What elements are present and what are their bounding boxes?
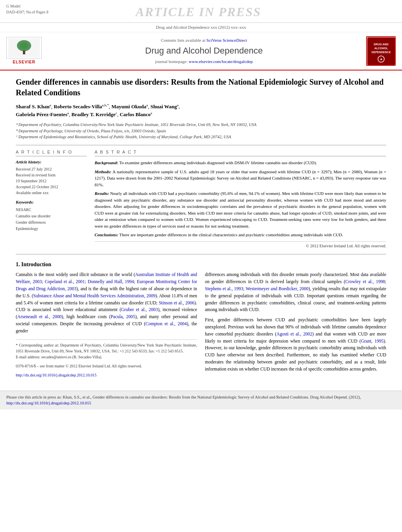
footnote-star: * Corresponding author at: Department of… bbox=[16, 342, 197, 354]
abstract-text: Background: To examine gender difference… bbox=[95, 159, 386, 238]
affiliations: ᵃ Department of Psychiatry, Columbia Uni… bbox=[16, 122, 386, 140]
body-col-left: Cannabis is the most widely used illicit… bbox=[16, 271, 197, 378]
doi-footnote: http://dx.doi.org/10.1016/j.drugalcdep.2… bbox=[16, 372, 197, 378]
author-sup-a4: a bbox=[67, 111, 69, 115]
divider-1 bbox=[16, 145, 386, 145]
keyword-4: Epidemiology bbox=[16, 226, 87, 232]
article-info-col: A R T I C L E I N F O Article history: R… bbox=[16, 149, 87, 249]
ref-stephens[interactable]: Stephens et al., 1993 bbox=[205, 286, 243, 291]
abstract-conclusions: Conclusions: There are important gender … bbox=[95, 232, 386, 238]
ref-crowley[interactable]: Crowley et al., 1998 bbox=[345, 279, 385, 284]
info-abstract-section: A R T I C L E I N F O Article history: R… bbox=[16, 149, 386, 249]
author-sup-a2: a bbox=[146, 103, 148, 107]
ref-stinson[interactable]: Stinson et al., 2006 bbox=[159, 300, 194, 305]
sciverse-line: Contents lists available at SciVerse Sci… bbox=[46, 37, 362, 43]
ref-compton[interactable]: Compton et al., 2004 bbox=[145, 321, 187, 326]
author-okuda: Mayumi Okuda bbox=[112, 104, 147, 110]
svg-point-3 bbox=[20, 43, 28, 49]
svg-rect-2 bbox=[23, 50, 25, 54]
elsevier-text: ELSEVIER bbox=[13, 59, 35, 65]
doi-line: Drug and Alcohol Dependence xxx (2012) x… bbox=[0, 23, 402, 32]
ref-grant[interactable]: Grant, 1995 bbox=[361, 339, 383, 343]
author-secades: Roberto Secades-Villa bbox=[54, 104, 102, 110]
svg-text:DEPENDENCE: DEPENDENCE bbox=[371, 51, 391, 54]
keyword-1: NESARC bbox=[16, 207, 87, 213]
author-sup-c: c bbox=[115, 111, 117, 115]
authors-line: Sharaf S. Khana, Roberto Secades-Villaa,… bbox=[16, 103, 386, 119]
ref-pacula[interactable]: Pacula, 2005 bbox=[111, 314, 135, 319]
author-sup-a3: a bbox=[177, 103, 179, 107]
available-date: Available online xxx bbox=[16, 190, 87, 196]
affiliation-b: ᵇ Department of Psychology, University o… bbox=[16, 128, 386, 134]
revised-date: 19 September 2012 bbox=[16, 178, 87, 184]
ref-gruber[interactable]: Gruber et al., 2003 bbox=[121, 307, 158, 312]
author-wang: Shuai Wang bbox=[151, 104, 177, 110]
issn-line: 0376-8716/$ – see front matter © 2012 El… bbox=[16, 363, 197, 369]
bottom-citation-text: Please cite this article in press as: Kh… bbox=[6, 395, 361, 399]
ref-copeland[interactable]: Copeland et al., 2001 bbox=[45, 279, 85, 284]
author-sup-ab: a,b,* bbox=[102, 103, 109, 107]
abstract-methods: Methods: A nationally representative sam… bbox=[95, 169, 386, 188]
bottom-bar: Please cite this article in press as: Kh… bbox=[0, 391, 402, 410]
author-sup-a5: a bbox=[151, 111, 152, 115]
article-history: Article history: Received 27 July 2012 R… bbox=[16, 159, 87, 196]
abstract-results: Results: Nearly all individuals with CUD… bbox=[95, 190, 386, 229]
journal-logo-right: DRUG AND ALCOHOL DEPENDENCE ★ bbox=[366, 36, 396, 66]
footnote-area: * Corresponding author at: Department of… bbox=[16, 339, 197, 378]
ref-westermeyer[interactable]: Westermeyer and Boedicker, 2000 bbox=[246, 286, 309, 291]
doi-link[interactable]: http://dx.doi.org/10.1016/j.drugalcdep.2… bbox=[16, 373, 97, 377]
abstract-col: A B S T R A C T Background: To examine g… bbox=[95, 149, 386, 249]
intro-col2-p2: First, gender differences between CUD an… bbox=[205, 317, 386, 373]
ref-arseneault[interactable]: Arseneault et al., 2000 bbox=[17, 314, 62, 319]
svg-text:★: ★ bbox=[380, 58, 383, 61]
svg-text:DRUG AND: DRUG AND bbox=[374, 43, 388, 46]
author-kerridge: Bradley T. Kerridge bbox=[71, 111, 115, 117]
footnote-email: E-mail address: secades@uniovi.es (R. Se… bbox=[16, 354, 197, 360]
author-blanco: Carlos Blanco bbox=[120, 111, 151, 117]
author-khan: Sharaf S. Khan bbox=[16, 104, 50, 110]
author-sup-a1: a bbox=[50, 103, 51, 107]
revised-label: Received in revised form bbox=[16, 172, 87, 178]
article-info-label: A R T I C L E I N F O bbox=[16, 149, 87, 156]
bottom-doi-link[interactable]: http://dx.doi.org/10.1016/j.drugalcdep.2… bbox=[6, 401, 91, 405]
journal-center: Contents lists available at SciVerse Sci… bbox=[46, 37, 362, 65]
svg-text:ALCOHOL: ALCOHOL bbox=[374, 47, 388, 50]
keywords-title: Keywords: bbox=[16, 200, 87, 206]
elsevier-logo: ELSEVIER bbox=[6, 37, 42, 65]
top-bar: G Model DAD-4597; No.of Pages 8 ARTICLE … bbox=[0, 0, 402, 23]
ref-agosti[interactable]: Agosti et al., 2002 bbox=[277, 332, 313, 336]
main-content: Gender differences in cannabis use disor… bbox=[0, 70, 402, 384]
abstract-background: Background: To examine gender difference… bbox=[95, 159, 386, 166]
received-date: Received 27 July 2012 bbox=[16, 166, 87, 172]
keyword-3: Gender differences bbox=[16, 219, 87, 226]
journal-title: Drug and Alcohol Dependence bbox=[46, 45, 362, 57]
gmodel-info: G Model DAD-4597; No.of Pages 8 bbox=[6, 3, 48, 15]
author-perez: Gabriela Pérez-Fuentes bbox=[16, 111, 67, 117]
intro-col1-p1: Cannabis is the most widely used illicit… bbox=[16, 271, 197, 334]
article-title: Gender differences in cannabis use disor… bbox=[16, 77, 386, 98]
journal-header: ELSEVIER Contents lists available at Sci… bbox=[0, 32, 402, 70]
article-in-press-banner: ARTICLE IN PRESS bbox=[48, 3, 348, 21]
ref-donnelly[interactable]: Donnelly and Hall, 1994 bbox=[87, 279, 134, 284]
homepage-url[interactable]: www.elsevier.com/locate/drugalcdep bbox=[189, 59, 253, 64]
body-two-col: Cannabis is the most widely used illicit… bbox=[16, 271, 386, 378]
history-title: Article history: bbox=[16, 159, 87, 165]
journal-homepage: journal homepage: www.elsevier.com/locat… bbox=[46, 59, 362, 65]
divider-2 bbox=[16, 254, 386, 254]
accepted-date: Accepted 22 October 2012 bbox=[16, 184, 87, 190]
sciverse-link[interactable]: SciVerse ScienceDirect bbox=[207, 38, 247, 43]
affiliation-c: ᶜ Department of Epidemiology and Biostat… bbox=[16, 134, 386, 140]
intro-col2-p1: differences among individuals with this … bbox=[205, 271, 386, 313]
intro-heading: 1. Introduction bbox=[16, 261, 386, 269]
keyword-2: Cannabis use disorder bbox=[16, 213, 87, 219]
affiliation-a: ᵃ Department of Psychiatry, Columbia Uni… bbox=[16, 122, 386, 128]
abstract-label: A B S T R A C T bbox=[95, 149, 386, 156]
keywords-section: Keywords: NESARC Cannabis use disorder G… bbox=[16, 200, 87, 232]
ref-samhsa[interactable]: Substance Abuse and Mental Health Servic… bbox=[33, 293, 155, 298]
body-col-right: differences among individuals with this … bbox=[205, 271, 386, 378]
copyright-line: © 2012 Elsevier Ireland Ltd. All rights … bbox=[95, 241, 386, 249]
elsevier-logo-box bbox=[6, 37, 42, 59]
